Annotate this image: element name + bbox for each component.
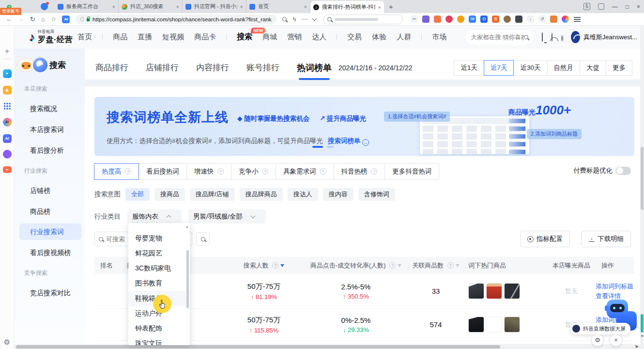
col-related-products[interactable]: 关联商品数 ? xyxy=(409,261,462,270)
product-thumb[interactable] xyxy=(486,283,502,299)
fox-mascot-icon[interactable] xyxy=(17,58,34,72)
promo-banner[interactable]: 搜索词榜单全新上线 ◆ 随时掌握最热搜索机会 ↗ 提升商品曝光 使用方式：选择合… xyxy=(94,97,634,156)
sidebar-item-competitor-compare[interactable]: 竞店搜索对比 xyxy=(19,285,81,301)
link-arrow-icon[interactable]: → xyxy=(362,139,369,146)
strip-app-teal-icon[interactable]: + xyxy=(3,69,12,78)
intent-chip-brand-product[interactable]: 搜品牌商品 xyxy=(240,188,283,201)
address-bar[interactable]: https://compass.jinritemai.com/shop/chan… xyxy=(76,15,276,24)
horizontal-scrollbar[interactable]: ▶ xyxy=(15,344,640,349)
category-option-watch-accessories[interactable]: 钟表配饰 xyxy=(128,321,190,336)
dog-extension-icon[interactable] xyxy=(504,16,511,23)
rank-tab-account[interactable]: 账号排行 xyxy=(246,62,279,73)
nav-item-experience[interactable]: 体验 xyxy=(372,32,386,42)
account-name[interactable]: 真维斯Jeanswest... xyxy=(583,33,637,42)
product-thumb[interactable] xyxy=(504,283,520,299)
window-close-button[interactable]: × xyxy=(637,3,640,10)
range-7d-button[interactable]: 近7天 xyxy=(484,60,514,76)
vertical-scrollbar[interactable]: ▼ xyxy=(640,26,644,349)
filter-tab-douyin-hot[interactable]: 抖音热榜 ? xyxy=(334,163,385,180)
filter-tab-concrete-demand[interactable]: 具象需求词 ? xyxy=(276,163,334,180)
nav-item-market[interactable]: 市场 xyxy=(432,32,446,42)
feedback-monitor-icon[interactable] xyxy=(542,32,543,42)
help-icon[interactable]: ? xyxy=(371,168,377,174)
help-icon[interactable]: ? xyxy=(447,262,454,269)
category-primary-select[interactable]: 服饰内衣 xyxy=(127,209,182,223)
category-option-mother-baby-pet[interactable]: 母婴宠物 xyxy=(128,231,190,246)
more-actions-icon[interactable]: ⋯ xyxy=(302,16,308,23)
url-text[interactable]: https://compass.jinritemai.com/shop/chan… xyxy=(92,16,272,22)
global-search-input[interactable] xyxy=(471,34,524,41)
col-search-people[interactable]: 搜索人数 ? xyxy=(225,261,303,270)
theme-extension-icon[interactable] xyxy=(562,16,569,23)
help-icon[interactable]: ? xyxy=(389,262,396,269)
strip-settings-gear-icon[interactable]: ⚙ xyxy=(4,338,10,347)
horizontal-scrollbar-thumb[interactable] xyxy=(16,345,500,349)
nav-item-product[interactable]: 商品 xyxy=(113,32,127,42)
puzzle-extension-icon[interactable] xyxy=(515,16,522,23)
robot-mascot-icon[interactable] xyxy=(607,300,628,318)
reload-icon[interactable]: ↻ xyxy=(30,16,35,23)
toolbar-search-box[interactable] xyxy=(323,15,403,24)
sort-desc-icon[interactable] xyxy=(280,264,284,267)
keyword-search-button[interactable] xyxy=(196,232,210,246)
b-extension-icon[interactable]: B xyxy=(492,16,499,23)
ai-assistant-icon[interactable]: AI xyxy=(62,16,70,23)
col-hot-products[interactable]: 词下热门商品 xyxy=(462,261,547,270)
scroll-down-icon[interactable]: ▼ xyxy=(640,334,644,338)
range-promo-button[interactable]: 大促 xyxy=(580,60,606,76)
nav-item-trade[interactable]: 交易 xyxy=(347,32,362,42)
nav-item-search[interactable]: 搜索NEW xyxy=(237,32,252,42)
range-1d-button[interactable]: 近1天 xyxy=(454,60,484,76)
zoom-search-icon[interactable] xyxy=(282,17,287,21)
browser-tab-2[interactable]: 抖店_360搜索 × xyxy=(119,0,183,13)
filter-tab-after-view[interactable]: 看后搜热词 xyxy=(138,163,187,180)
range-30d-button[interactable]: 近30天 xyxy=(513,60,547,76)
sort-icon[interactable] xyxy=(398,264,401,267)
col-shop-exposure[interactable]: 本店曝光商品 xyxy=(547,261,596,270)
rank-tab-shop[interactable]: 店铺排行 xyxy=(146,62,179,73)
category-option-books-education[interactable]: 图书教育 xyxy=(128,276,190,291)
col-rank[interactable]: 排名 xyxy=(94,261,121,270)
rank-tab-content[interactable]: 内容排行 xyxy=(196,62,229,73)
intent-chip-content[interactable]: 搜内容 xyxy=(323,188,353,201)
strip-purple-app-icon[interactable] xyxy=(3,150,12,159)
download-manager-icon[interactable]: ↓ xyxy=(527,16,534,23)
workspace-icon[interactable] xyxy=(598,3,604,10)
strip-gamepad-icon[interactable]: •• xyxy=(3,166,12,173)
filter-tab-low-competition[interactable]: 竞争小 ? xyxy=(231,163,276,180)
category-option-jewelry[interactable]: 珠宝文玩 xyxy=(128,336,190,345)
brand-logo[interactable]: ♪ 抖音电商 罗盘·经营 xyxy=(29,29,77,45)
back-icon[interactable]: ← xyxy=(6,16,12,23)
global-search-box[interactable] xyxy=(466,30,533,45)
login-account-badge[interactable]: 登录账号 xyxy=(0,8,21,15)
strip-ai-ring-icon[interactable]: AI xyxy=(3,118,12,127)
category-option-3c-digital[interactable]: 3C数码家电 xyxy=(128,261,190,276)
scissors-extension-icon[interactable]: ✂ xyxy=(411,16,418,23)
intent-chip-modifier[interactable]: 含修饰词 xyxy=(358,188,395,201)
help-icon[interactable]: ? xyxy=(320,168,326,174)
toolbar-expand-icon[interactable] xyxy=(312,16,317,21)
quick-action-icon[interactable]: ϟ xyxy=(292,16,296,23)
sidebar-item-product-rank[interactable]: 商品榜 xyxy=(19,203,81,220)
vertical-scrollbar-thumb[interactable] xyxy=(641,147,644,210)
col-conversion[interactable]: 商品点击-成交转化率(人数) ? xyxy=(303,261,409,270)
scroll-right-icon[interactable]: ▶ xyxy=(636,344,639,349)
intent-chip-product[interactable]: 搜商品 xyxy=(154,188,185,201)
window-minimize-button[interactable]: — xyxy=(612,3,618,10)
browser-tab-active[interactable]: ♪ 搜索排行-热词榜单-抖音电商 × xyxy=(310,1,384,13)
home-icon[interactable]: ⌂ xyxy=(41,16,45,23)
nav-item-product-card[interactable]: 商品卡 xyxy=(194,32,216,42)
product-thumb[interactable] xyxy=(486,317,502,333)
carousel-dots[interactable] xyxy=(312,146,334,148)
amber-circle-extension-icon[interactable] xyxy=(457,16,464,23)
download-detail-button[interactable]: ↓下载明细 xyxy=(582,231,631,247)
info-icon[interactable]: i xyxy=(561,35,563,41)
banner-link[interactable]: 搜索词榜单 xyxy=(328,137,361,144)
strip-add-icon[interactable]: + xyxy=(5,47,9,56)
help-icon[interactable]: ? xyxy=(262,168,268,174)
browser-tab-1[interactable]: 服务商工作台 × xyxy=(55,0,119,13)
nav-item-marketing[interactable]: 营销 xyxy=(287,32,302,42)
d-extension-icon[interactable]: D xyxy=(480,16,488,23)
sidebar-item-shop-rank[interactable]: 店铺榜 xyxy=(19,182,81,199)
category-secondary-select[interactable]: 男装/羽绒服/全部 xyxy=(188,209,266,223)
